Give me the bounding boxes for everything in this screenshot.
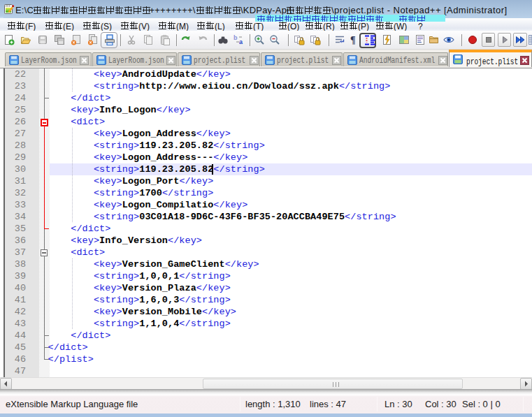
- svg-text:a: a: [239, 38, 243, 45]
- svg-text:¶: ¶: [350, 35, 356, 45]
- svg-text:b: b: [233, 34, 238, 41]
